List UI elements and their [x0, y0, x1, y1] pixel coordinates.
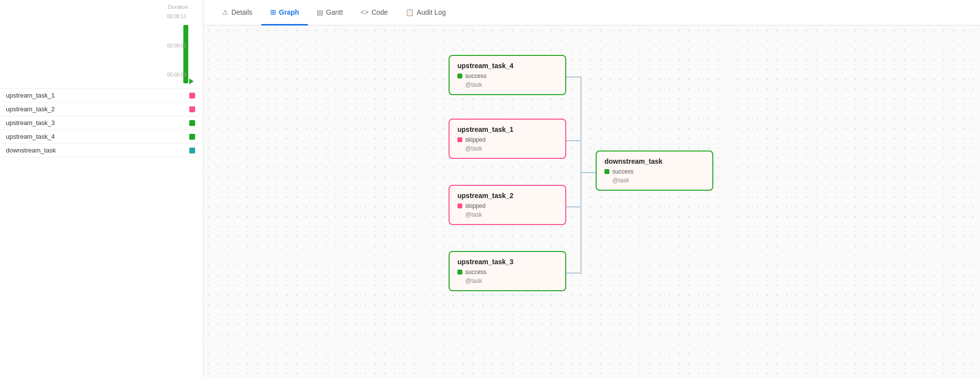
node-upstream4-type: @task — [465, 81, 557, 88]
node-upstream1-status: skipped — [457, 136, 557, 143]
gantt-icon: ▤ — [317, 8, 323, 16]
node-upstream3-status: success — [457, 269, 557, 276]
node-upstream1-title: upstream_task_1 — [457, 126, 557, 133]
task-row-upstream1[interactable]: upstream_task_1 — [0, 89, 203, 102]
task-status-upstream1 — [189, 93, 198, 99]
node-upstream2-status: skipped — [457, 202, 557, 209]
time-tick-bot: 00:00:00 — [167, 72, 186, 77]
node-upstream2[interactable]: upstream_task_2 skipped @task — [449, 185, 566, 225]
node-upstream3-status-label: success — [465, 269, 486, 276]
task-row-upstream4[interactable]: upstream_task_4 — [0, 130, 203, 144]
audit-icon: 📋 — [405, 8, 414, 16]
node-upstream4-title: upstream_task_4 — [457, 62, 557, 70]
status-dot-upstream3 — [189, 120, 195, 126]
duration-label: Duration — [168, 4, 188, 10]
tab-code[interactable]: <> Code — [352, 0, 397, 25]
task-row-upstream3[interactable]: upstream_task_3 — [0, 116, 203, 130]
tab-code-label: Code — [372, 8, 388, 16]
tab-audit[interactable]: 📋 Audit Log — [397, 0, 454, 25]
task-name-upstream1: upstream_task_1 — [6, 92, 55, 99]
node-upstream2-dot — [457, 203, 462, 208]
node-upstream4-status: success — [457, 73, 557, 79]
node-upstream4-status-label: success — [465, 73, 486, 79]
graph-canvas: upstream_task_4 success @task upstream_t… — [203, 25, 694, 377]
time-tick-mid: 00:00:05 — [167, 43, 186, 49]
node-downstream-status-label: success — [612, 168, 633, 175]
tab-audit-label: Audit Log — [417, 8, 446, 16]
node-upstream2-title: upstream_task_2 — [457, 192, 557, 200]
right-panel: ⚠ Details ⊞ Graph ▤ Gantt <> Code 📋 Audi… — [203, 0, 980, 377]
tab-details[interactable]: ⚠ Details — [213, 0, 261, 25]
status-dot-upstream4 — [189, 134, 195, 140]
node-downstream-status: success — [604, 168, 704, 175]
time-tick-top: 00:00:11 — [167, 14, 186, 19]
tab-details-label: Details — [231, 8, 252, 16]
status-dot-downstream — [189, 148, 195, 153]
tab-bar: ⚠ Details ⊞ Graph ▤ Gantt <> Code 📋 Audi… — [203, 0, 980, 25]
node-upstream2-type: @task — [465, 211, 557, 218]
node-upstream3-title: upstream_task_3 — [457, 258, 557, 266]
node-upstream3[interactable]: upstream_task_3 success @task — [449, 251, 566, 291]
graph-area[interactable]: upstream_task_4 success @task upstream_t… — [203, 25, 980, 377]
node-upstream3-type: @task — [465, 277, 557, 284]
node-downstream-title: downstream_task — [604, 157, 704, 165]
status-dot-upstream1 — [189, 93, 195, 99]
task-name-upstream4: upstream_task_4 — [6, 133, 55, 140]
node-upstream4[interactable]: upstream_task_4 success @task — [449, 55, 566, 95]
node-upstream3-dot — [457, 270, 462, 275]
task-name-downstream: downstream_task — [6, 147, 56, 154]
node-upstream1-type: @task — [465, 145, 557, 152]
task-status-upstream2 — [189, 106, 198, 112]
details-icon: ⚠ — [222, 8, 228, 16]
task-name-upstream3: upstream_task_3 — [6, 119, 55, 126]
status-dot-upstream2 — [189, 106, 195, 112]
tab-gantt[interactable]: ▤ Gantt — [308, 0, 352, 25]
node-downstream-dot — [604, 169, 609, 174]
task-name-upstream2: upstream_task_2 — [6, 105, 55, 113]
code-icon: <> — [360, 8, 368, 16]
node-upstream1[interactable]: upstream_task_1 skipped @task — [449, 119, 566, 159]
timeline-area: Duration 00:00:11 00:00:05 00:00:00 — [0, 0, 203, 88]
tab-graph[interactable]: ⊞ Graph — [261, 0, 308, 25]
play-triangle-icon — [189, 78, 194, 84]
left-panel: Duration 00:00:11 00:00:05 00:00:00 upst… — [0, 0, 203, 377]
graph-icon: ⊞ — [270, 8, 276, 16]
node-upstream4-dot — [457, 74, 462, 78]
task-row-downstream[interactable]: downstream_task — [0, 144, 203, 157]
tab-graph-label: Graph — [279, 8, 299, 16]
task-status-upstream3 — [189, 120, 198, 126]
node-upstream2-status-label: skipped — [465, 202, 485, 209]
node-upstream1-dot — [457, 137, 462, 142]
node-upstream1-status-label: skipped — [465, 136, 485, 143]
node-downstream[interactable]: downstream_task success @task — [596, 151, 713, 191]
task-status-downstream — [189, 148, 198, 153]
node-downstream-type: @task — [612, 177, 704, 184]
task-row-upstream2[interactable]: upstream_task_2 — [0, 102, 203, 116]
tab-gantt-label: Gantt — [326, 8, 343, 16]
task-list: upstream_task_1 upstream_task_2 upstream… — [0, 88, 203, 377]
task-status-upstream4 — [189, 134, 198, 140]
